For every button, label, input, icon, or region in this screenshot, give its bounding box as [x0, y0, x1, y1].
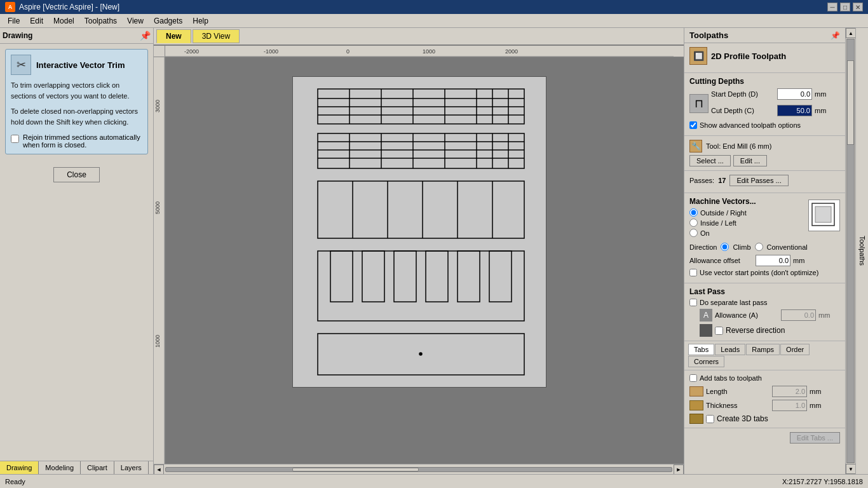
scroll-right-button[interactable]: ►: [674, 464, 684, 475]
tool-section: 🔧 Tool: End Mill (6 mm) Select ... Edit …: [684, 136, 845, 171]
select-tool-button[interactable]: Select ...: [689, 155, 731, 166]
tab-corners[interactable]: Corners: [688, 356, 724, 367]
depth-icon: ⊓: [689, 94, 709, 113]
svg-rect-39: [330, 251, 353, 302]
conventional-label: Conventional: [767, 243, 808, 251]
tab-layers[interactable]: Layers: [114, 461, 149, 474]
menu-edit[interactable]: Edit: [25, 15, 48, 27]
tab-leads[interactable]: Leads: [715, 344, 745, 355]
rejoin-checkbox[interactable]: [11, 135, 19, 143]
bottom-tabs: Drawing Modeling Clipart Layers: [0, 461, 153, 474]
menu-view[interactable]: View: [122, 15, 149, 27]
ivt-close-button[interactable]: Close: [53, 167, 100, 182]
cut-depth-input[interactable]: [777, 105, 812, 116]
h-scrollbar-thumb[interactable]: [292, 468, 419, 471]
status-coordinates: X:2157.2727 Y:1958.1818: [782, 478, 863, 485]
allowance-offset-unit: mm: [793, 257, 804, 264]
toolpaths-side-tab-label: Toolpaths: [858, 236, 866, 266]
title-bar-controls[interactable]: ─ □ ✕: [827, 3, 863, 11]
edit-passes-button[interactable]: Edit Passes ...: [729, 175, 788, 186]
right-scrollbar[interactable]: ▲ ▼: [845, 28, 855, 474]
scroll-down-button[interactable]: ▼: [846, 464, 856, 474]
start-depth-row: Start Depth (D) mm: [711, 88, 826, 100]
show-advanced-checkbox[interactable]: [689, 121, 697, 129]
inside-left-row: Inside / Left: [689, 219, 756, 227]
direction-row: Direction Climb Conventional: [689, 243, 840, 251]
menu-help[interactable]: Help: [187, 15, 214, 27]
do-separate-label: Do separate last pass: [700, 299, 767, 306]
inside-left-radio[interactable]: [689, 219, 698, 227]
scrollbar-track[interactable]: [846, 39, 855, 463]
rejoin-checkbox-row: Rejoin trimmed sections automatically wh…: [11, 133, 142, 149]
svg-text:2000: 2000: [505, 48, 518, 55]
svg-point-46: [419, 353, 422, 355]
do-separate-checkbox[interactable]: [689, 299, 697, 306]
allowance-offset-row: Allowance offset mm: [689, 255, 840, 266]
last-pass-section: Last Pass Do separate last pass A Allowa…: [684, 283, 845, 341]
tab-3d-view[interactable]: 3D View: [193, 29, 240, 43]
left-panel-title: Drawing: [3, 31, 32, 40]
minimize-button[interactable]: ─: [827, 3, 837, 11]
conventional-radio[interactable]: [755, 243, 763, 251]
h-scrollbar[interactable]: ◄ ►: [154, 464, 684, 474]
h-scrollbar-track[interactable]: [165, 467, 672, 472]
passes-row: Passes: 17 Edit Passes ...: [689, 175, 840, 186]
right-panel: Toolpaths 📌 🔲 2D Profile Toolpath Cuttin…: [684, 28, 845, 474]
tab-new[interactable]: New: [156, 29, 191, 43]
allowance-a-input[interactable]: [781, 309, 816, 321]
toolpaths-side-tab[interactable]: Toolpaths: [855, 28, 868, 474]
start-depth-input[interactable]: [777, 88, 812, 100]
menu-gadgets[interactable]: Gadgets: [149, 15, 187, 27]
menu-file[interactable]: File: [3, 15, 25, 27]
svg-text:1000: 1000: [154, 335, 161, 348]
close-button[interactable]: ✕: [853, 3, 863, 11]
on-label: On: [700, 229, 710, 237]
ruler-vertical: 3000 5000 1000: [154, 57, 165, 464]
add-tabs-row: Add tabs to toolpath: [689, 374, 840, 382]
title-bar: A Aspire [Vectric Aspire] - [New] ─ □ ✕: [0, 0, 868, 14]
length-label: Length: [706, 388, 770, 395]
tabs-content-section: Add tabs to toolpath Length mm Thickness…: [684, 370, 845, 428]
scroll-left-button[interactable]: ◄: [154, 464, 164, 475]
add-tabs-checkbox[interactable]: [689, 374, 697, 382]
inside-left-label: Inside / Left: [700, 219, 736, 227]
tab-order[interactable]: Order: [780, 344, 810, 355]
outside-right-radio[interactable]: [689, 208, 698, 217]
svg-text:0: 0: [346, 48, 349, 55]
menu-model[interactable]: Model: [48, 15, 79, 27]
maximize-button[interactable]: □: [840, 3, 850, 11]
right-panel-pin[interactable]: 📌: [831, 31, 840, 40]
length-input[interactable]: [772, 386, 807, 397]
tab-clipart[interactable]: Clipart: [81, 461, 114, 474]
on-row: On: [689, 229, 756, 237]
canvas-area[interactable]: [165, 57, 684, 464]
svg-rect-40: [362, 251, 384, 302]
ivt-icon: ✂: [11, 55, 31, 75]
use-vector-start-label: Use vector start points (don't optimize): [700, 269, 818, 276]
climb-radio[interactable]: [721, 243, 729, 251]
title-bar-left: A Aspire [Vectric Aspire] - [New]: [5, 2, 119, 12]
thickness-input[interactable]: [772, 400, 807, 411]
reverse-direction-checkbox[interactable]: [715, 327, 723, 335]
tab-tabs[interactable]: Tabs: [688, 344, 714, 355]
ivt-instructions: To trim overlapping vectors click on sec…: [11, 80, 142, 127]
on-radio[interactable]: [689, 229, 698, 237]
menu-toolpaths[interactable]: Toolpaths: [79, 15, 122, 27]
passes-label: Passes:: [689, 177, 714, 184]
tab-ramps[interactable]: Ramps: [746, 344, 780, 355]
ruler-horizontal: -2000 -1000 0 1000 2000: [165, 46, 684, 57]
scrollbar-thumb[interactable]: [847, 60, 854, 145]
create-3d-checkbox[interactable]: [706, 415, 714, 423]
edit-tabs-button[interactable]: Edit Tabs ...: [790, 432, 840, 444]
scroll-up-button[interactable]: ▲: [846, 28, 856, 38]
left-panel-pin[interactable]: 📌: [140, 30, 151, 41]
tab-drawing[interactable]: Drawing: [0, 461, 39, 474]
edit-tool-button[interactable]: Edit ...: [733, 155, 767, 166]
tab-modeling[interactable]: Modeling: [39, 461, 81, 474]
climb-label: Climb: [733, 243, 750, 251]
passes-section: Passes: 17 Edit Passes ...: [684, 171, 845, 193]
allowance-offset-input[interactable]: [756, 255, 790, 266]
add-tabs-label: Add tabs to toolpath: [700, 374, 762, 382]
toolpath-icon: 🔲: [689, 47, 707, 65]
use-vector-start-checkbox[interactable]: [689, 269, 697, 276]
